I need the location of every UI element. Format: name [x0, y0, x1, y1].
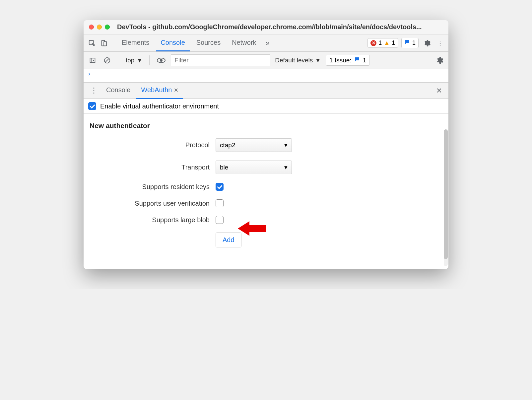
resident-keys-label: Supports resident keys — [90, 183, 216, 191]
error-warning-badge[interactable]: ✕ 1 ▲ 1 — [367, 38, 398, 48]
enable-virtual-auth-row: Enable virtual authenticator environment — [84, 99, 448, 114]
messages-badge[interactable]: 1 — [401, 38, 419, 48]
add-button-row: Add — [90, 233, 442, 247]
minimize-window-button[interactable] — [97, 25, 102, 30]
error-count: 1 — [378, 39, 382, 46]
warning-count: 1 — [392, 39, 395, 46]
warning-icon: ▲ — [384, 39, 390, 46]
chevron-down-icon: ▾ — [284, 164, 288, 171]
message-icon — [404, 39, 410, 47]
user-verification-label: Supports user verification — [90, 200, 216, 207]
main-tab-strip: Elements Console Sources Network » ✕ 1 ▲… — [84, 34, 448, 52]
add-authenticator-button[interactable]: Add — [216, 233, 241, 247]
inspect-icon[interactable] — [87, 38, 97, 48]
filter-input[interactable] — [171, 54, 270, 66]
console-prompt[interactable]: › — [84, 69, 448, 79]
console-settings-icon[interactable] — [434, 55, 444, 65]
drawer-tab-strip: ⋮ Console WebAuthn × × — [84, 82, 448, 99]
clear-console-icon[interactable] — [102, 55, 112, 65]
maximize-window-button[interactable] — [105, 25, 110, 30]
devtools-window: DevTools - github.com/GoogleChrome/devel… — [84, 20, 448, 269]
scrollbar[interactable] — [444, 129, 448, 266]
close-drawer-icon[interactable]: × — [434, 85, 444, 96]
divider — [149, 55, 150, 65]
scrollbar-thumb[interactable] — [444, 129, 448, 259]
protocol-value: ctap2 — [220, 142, 235, 149]
transport-row: Transport ble ▾ — [90, 161, 442, 174]
more-tabs-icon[interactable]: » — [263, 39, 272, 47]
close-tab-icon[interactable]: × — [174, 86, 178, 95]
error-icon: ✕ — [370, 40, 376, 46]
user-verification-checkbox[interactable] — [216, 199, 224, 207]
svg-rect-2 — [104, 41, 106, 46]
settings-icon[interactable] — [422, 38, 432, 48]
more-options-icon[interactable]: ⋮ — [435, 38, 445, 48]
context-value: top — [126, 57, 134, 64]
divider — [113, 38, 113, 48]
enable-virtual-auth-label: Enable virtual authenticator environment — [100, 102, 219, 110]
transport-select[interactable]: ble ▾ — [216, 161, 292, 174]
large-blob-checkbox[interactable] — [216, 216, 224, 224]
chevron-down-icon: ▾ — [284, 141, 288, 149]
tab-sources[interactable]: Sources — [192, 35, 225, 51]
issue-summary[interactable]: 1 Issue: 1 — [326, 55, 370, 66]
transport-value: ble — [220, 164, 228, 171]
protocol-label: Protocol — [90, 141, 216, 149]
svg-point-6 — [160, 59, 163, 62]
resident-keys-row: Supports resident keys — [90, 183, 442, 191]
transport-label: Transport — [90, 164, 216, 171]
tab-network[interactable]: Network — [227, 35, 261, 51]
live-expression-icon[interactable] — [156, 55, 166, 65]
levels-label: Default levels — [275, 57, 313, 64]
tab-elements[interactable]: Elements — [117, 35, 154, 51]
issue-label: 1 Issue: — [329, 57, 352, 64]
drawer-more-icon[interactable]: ⋮ — [88, 86, 100, 95]
user-verification-row: Supports user verification — [90, 199, 442, 207]
chevron-down-icon: ▼ — [136, 57, 143, 64]
enable-virtual-auth-checkbox[interactable] — [88, 102, 96, 110]
resident-keys-checkbox[interactable] — [216, 183, 224, 191]
console-toolbar: top ▼ Default levels ▼ 1 Issue: 1 — [84, 52, 448, 69]
large-blob-label: Supports large blob — [90, 216, 216, 224]
close-window-button[interactable] — [89, 25, 94, 30]
show-console-sidebar-icon[interactable] — [88, 55, 98, 65]
protocol-row: Protocol ctap2 ▾ — [90, 138, 442, 152]
context-selector[interactable]: top ▼ — [126, 57, 143, 64]
issue-count: 1 — [363, 57, 366, 64]
tab-console[interactable]: Console — [156, 35, 189, 51]
large-blob-row: Supports large blob — [90, 216, 442, 224]
issue-icon — [354, 56, 360, 64]
drawer-tab-console-label: Console — [106, 86, 130, 94]
log-levels-selector[interactable]: Default levels ▼ — [275, 57, 321, 64]
window-title: DevTools - github.com/GoogleChrome/devel… — [117, 23, 422, 31]
divider — [119, 55, 119, 65]
drawer-tab-webauthn-label: WebAuthn — [141, 86, 172, 94]
console-output: › — [84, 69, 448, 82]
new-authenticator-heading: New authenticator — [90, 122, 442, 130]
message-count: 1 — [412, 39, 416, 46]
traffic-lights — [89, 25, 110, 30]
drawer-tab-webauthn[interactable]: WebAuthn × — [136, 83, 183, 99]
drawer-tab-console[interactable]: Console — [101, 83, 135, 98]
chevron-down-icon: ▼ — [315, 57, 321, 64]
device-toolbar-icon[interactable] — [99, 38, 109, 48]
titlebar: DevTools - github.com/GoogleChrome/devel… — [84, 20, 448, 34]
webauthn-panel: New authenticator Protocol ctap2 ▾ Trans… — [84, 114, 448, 269]
protocol-select[interactable]: ctap2 ▾ — [216, 138, 292, 152]
